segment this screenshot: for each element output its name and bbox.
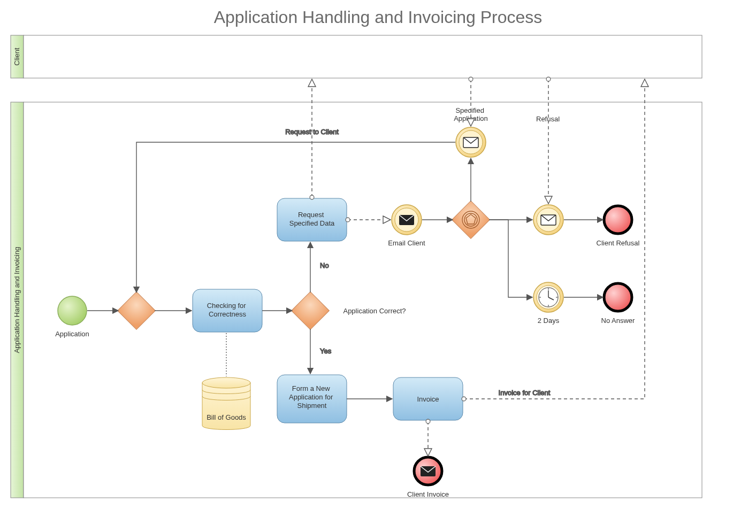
bpmn-diagram: Client Application Handling and Invoicin… <box>0 27 756 532</box>
svg-text:Email Client: Email Client <box>388 239 425 247</box>
end-no-answer: No Answer <box>601 283 636 325</box>
svg-text:Application: Application <box>55 330 89 338</box>
pool-client: Client <box>11 35 702 78</box>
lane-client-label: Client <box>13 48 21 66</box>
svg-text:Request to Client: Request to Client <box>285 128 339 136</box>
svg-text:Yes: Yes <box>320 347 332 355</box>
task-checking-correctness: Checking for Correctness <box>193 289 262 332</box>
task-invoice: Invoice <box>393 377 463 420</box>
svg-point-42 <box>604 283 632 311</box>
svg-point-5 <box>58 296 87 325</box>
svg-text:No: No <box>320 261 329 269</box>
event-timer-2days: 2 Days <box>533 282 563 325</box>
svg-text:Bill of Goods: Bill of Goods <box>207 413 246 421</box>
lane-main-label: Application Handling and Invoicing <box>13 247 21 353</box>
svg-rect-4 <box>24 102 702 498</box>
svg-text:No Answer: No Answer <box>601 317 636 325</box>
task-request-specified-data: Request Specified Data <box>277 198 347 241</box>
diagram-title: Application Handling and Invoicing Proce… <box>0 0 756 27</box>
svg-text:Checking for
      Correctness: Checking for Correctness <box>207 302 248 318</box>
svg-text:Refusal: Refusal <box>536 115 560 123</box>
svg-text:Client Refusal: Client Refusal <box>597 239 640 247</box>
start-event-application: Application <box>55 296 89 338</box>
svg-text:Invoice: Invoice <box>417 395 439 403</box>
svg-text:Application Correct?: Application Correct? <box>343 307 406 315</box>
svg-rect-2 <box>24 35 702 78</box>
svg-text:Client Invoice: Client Invoice <box>407 490 449 498</box>
svg-text:2 Days: 2 Days <box>538 317 560 325</box>
svg-point-30 <box>604 206 632 234</box>
pool-main: Application Handling and Invoicing <box>11 102 702 498</box>
svg-text:Invoice for Client: Invoice for Client <box>499 389 551 397</box>
svg-point-51 <box>202 377 250 388</box>
datastore-bill-of-goods: Bill of Goods <box>202 377 250 430</box>
task-form-new-application: Form a New Application for Shipment <box>277 375 347 423</box>
